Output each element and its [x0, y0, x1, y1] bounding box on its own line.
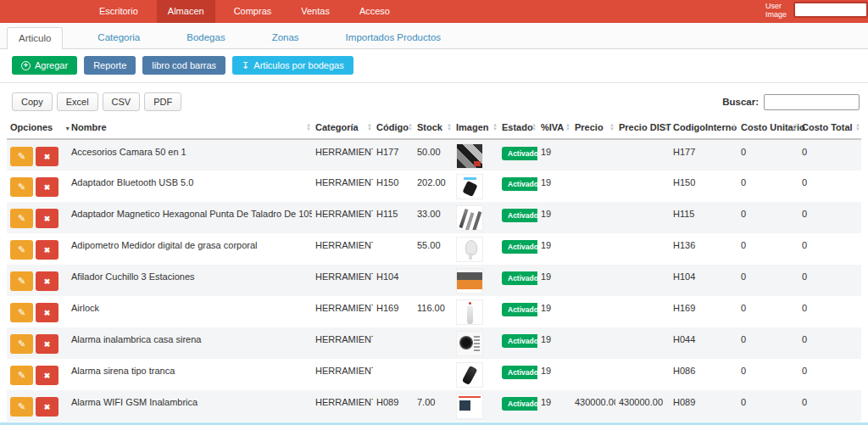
delete-button[interactable]: ✖ — [36, 271, 58, 291]
agregar-button[interactable]: + Agregar — [12, 56, 77, 75]
column-header-precio[interactable]: Precio▲▼ — [571, 118, 615, 139]
stock-cell: 7.00 — [414, 390, 453, 422]
estado-cell: Activado — [498, 139, 537, 171]
column-header-costo-unitario[interactable]: Costo Unitario▲▼ — [737, 118, 798, 139]
nav-item-acceso[interactable]: Acceso — [348, 0, 401, 23]
libro-cod-barras-button[interactable]: libro cod barras — [142, 56, 225, 75]
nav-item-compras[interactable]: Compras — [223, 0, 283, 23]
search-input[interactable] — [764, 94, 860, 110]
edit-button[interactable]: ✎ — [10, 366, 33, 385]
imagen-cell — [453, 359, 498, 390]
nav-item-ventas[interactable]: Ventas — [290, 0, 341, 23]
sort-icon[interactable]: ▲▼ — [732, 123, 737, 131]
delete-button[interactable]: ✖ — [36, 397, 58, 417]
tab-articulo[interactable]: Articulo — [7, 27, 63, 49]
delete-button[interactable]: ✖ — [36, 147, 58, 166]
opciones-cell: ✎ ✖ — [7, 265, 68, 296]
column-header-codigointerno[interactable]: CodigoInterno▲▼ — [670, 118, 737, 139]
column-header--iva[interactable]: %IVA▲▼ — [537, 118, 571, 139]
sort-icon[interactable]: ▲▼ — [447, 123, 452, 131]
column-header-c-digo[interactable]: Código▲▼ — [373, 118, 414, 139]
edit-button[interactable]: ✎ — [10, 303, 33, 322]
pencil-icon: ✎ — [18, 182, 25, 193]
sort-icon[interactable]: ▲▼ — [664, 123, 669, 131]
edit-button[interactable]: ✎ — [10, 334, 33, 354]
delete-button[interactable]: ✖ — [36, 334, 58, 354]
nombre-cell: Adaptador Magnetico Hexagonal Punta De T… — [68, 202, 312, 233]
delete-button[interactable]: ✖ — [36, 209, 58, 228]
sort-icon[interactable]: ▲▼ — [492, 123, 498, 131]
precio-cell — [571, 202, 615, 233]
costo-unitario-cell: 0 — [737, 359, 798, 390]
agregar-label: Agregar — [35, 60, 68, 70]
sort-icon[interactable]: ▲▼ — [367, 123, 372, 131]
pencil-icon: ✎ — [18, 276, 25, 287]
delete-button[interactable]: ✖ — [36, 177, 58, 197]
precio-dist-cell — [615, 139, 670, 171]
tab-importados-productos[interactable]: Importados Productos — [334, 26, 453, 48]
status-badge: Activado — [502, 177, 537, 191]
tab-zonas[interactable]: Zonas — [260, 26, 311, 48]
codigo-cell — [373, 327, 414, 359]
column-header-nombre[interactable]: Nombre▲▼ — [68, 118, 312, 139]
column-header-opciones[interactable]: Opciones▼ — [7, 118, 68, 139]
nombre-cell: Accesorios Camara 50 en 1 — [68, 139, 312, 171]
estado-cell: Activado — [498, 202, 537, 233]
column-header-estado[interactable]: Estado▲▼ — [498, 118, 537, 139]
column-header-costo-total[interactable]: Costo Total▲▼ — [798, 118, 861, 139]
codigo-cell: H089 — [373, 390, 414, 422]
edit-button[interactable]: ✎ — [10, 209, 33, 228]
table-row: ✎ ✖ Alarma sirena tipo tranca HERRAMIENT… — [7, 359, 861, 390]
pdf-button[interactable]: PDF — [144, 92, 181, 111]
costo-unitario-cell: 0 — [737, 233, 798, 265]
iva-cell: 19 — [537, 171, 571, 202]
column-header-imagen[interactable]: Imagen▲▼ — [453, 118, 498, 139]
edit-button[interactable]: ✎ — [10, 177, 33, 197]
codigo-interno-cell: H136 — [670, 233, 737, 265]
tab-bodegas[interactable]: Bodegas — [175, 26, 236, 48]
csv-button[interactable]: CSV — [103, 92, 141, 111]
column-header-precio-dist[interactable]: Precio DIST▲▼ — [615, 118, 670, 139]
delete-button[interactable]: ✖ — [36, 303, 58, 322]
opciones-cell: ✎ ✖ — [7, 327, 68, 359]
sort-icon[interactable]: ▲▼ — [306, 123, 311, 131]
table-row: ✎ ✖ Airlock HERRAMIENTAS H169 116.00 Act… — [7, 296, 861, 327]
costo-unitario-cell: 0 — [737, 171, 798, 202]
estado-cell: Activado — [498, 359, 537, 390]
iva-cell: 19 — [537, 202, 571, 233]
precio-cell: 430000.00 — [571, 390, 615, 422]
articulos-por-bodegas-button[interactable]: ↧ Articulos por bodegas — [232, 56, 353, 75]
imagen-cell — [453, 296, 498, 327]
tab-categoria[interactable]: Categoria — [86, 26, 152, 48]
column-header-categor-a[interactable]: Categoría▲▼ — [312, 118, 373, 139]
delete-button[interactable]: ✖ — [36, 366, 58, 385]
search-area: Buscar: — [722, 94, 860, 110]
sort-icon[interactable]: ▲▼ — [855, 123, 860, 131]
sort-icon[interactable]: ▲▼ — [531, 123, 537, 131]
sort-icon[interactable]: ▲▼ — [408, 123, 413, 131]
sort-icon[interactable]: ▲▼ — [565, 123, 570, 131]
product-image — [456, 205, 483, 231]
edit-button[interactable]: ✎ — [10, 147, 33, 166]
edit-button[interactable]: ✎ — [10, 271, 33, 291]
codigo-cell: H104 — [373, 265, 414, 296]
reporte-button[interactable]: Reporte — [84, 56, 136, 75]
precio-dist-cell — [615, 265, 670, 296]
nombre-cell: Airlock — [68, 296, 312, 327]
action-button-row: + Agregar Reporte libro cod barras ↧ Art… — [0, 49, 868, 83]
stock-cell: 202.00 — [414, 171, 453, 202]
nav-item-escritorio[interactable]: Escritorio — [88, 0, 149, 23]
edit-button[interactable]: ✎ — [10, 397, 33, 417]
column-header-stock[interactable]: Stock▲▼ — [414, 118, 453, 139]
delete-button[interactable]: ✖ — [36, 240, 58, 260]
copy-button[interactable]: Copy — [12, 92, 53, 111]
sort-icon[interactable]: ▲▼ — [609, 123, 615, 131]
nav-item-almacen[interactable]: Almacen — [157, 0, 215, 23]
user-avatar[interactable] — [793, 2, 868, 18]
edit-button[interactable]: ✎ — [10, 240, 33, 260]
status-badge: Activado — [502, 334, 537, 348]
excel-button[interactable]: Excel — [57, 92, 98, 111]
opciones-cell: ✎ ✖ — [7, 359, 68, 390]
sort-icon[interactable]: ▲▼ — [793, 123, 798, 131]
precio-cell — [571, 139, 615, 171]
